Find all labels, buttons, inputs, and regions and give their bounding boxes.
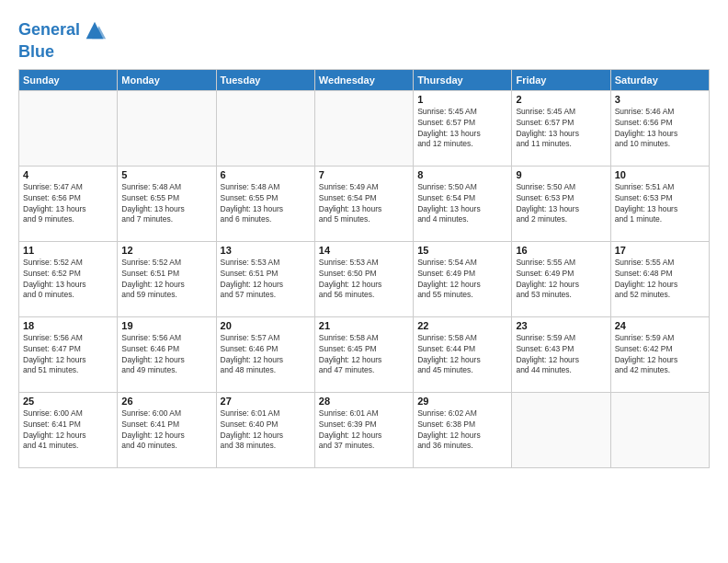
calendar-cell: 6Sunrise: 5:48 AM Sunset: 6:55 PM Daylig… xyxy=(216,166,314,241)
calendar-cell: 21Sunrise: 5:58 AM Sunset: 6:45 PM Dayli… xyxy=(314,316,413,392)
calendar-cell: 12Sunrise: 5:52 AM Sunset: 6:51 PM Dayli… xyxy=(118,241,216,316)
day-info: Sunrise: 5:55 AM Sunset: 6:48 PM Dayligh… xyxy=(615,258,705,302)
day-info: Sunrise: 5:50 AM Sunset: 6:54 PM Dayligh… xyxy=(417,182,507,226)
calendar-cell: 22Sunrise: 5:58 AM Sunset: 6:44 PM Dayli… xyxy=(414,316,512,392)
calendar-cell: 20Sunrise: 5:57 AM Sunset: 6:46 PM Dayli… xyxy=(216,316,314,392)
calendar-cell: 28Sunrise: 6:01 AM Sunset: 6:39 PM Dayli… xyxy=(314,392,413,467)
day-number: 12 xyxy=(121,245,211,256)
day-info: Sunrise: 5:53 AM Sunset: 6:50 PM Dayligh… xyxy=(319,258,409,302)
day-info: Sunrise: 6:01 AM Sunset: 6:39 PM Dayligh… xyxy=(319,408,409,453)
day-number: 19 xyxy=(121,320,211,331)
day-number: 24 xyxy=(615,320,705,331)
day-info: Sunrise: 5:56 AM Sunset: 6:47 PM Dayligh… xyxy=(23,333,113,377)
logo-text-blue: Blue xyxy=(18,43,108,62)
day-info: Sunrise: 5:47 AM Sunset: 6:56 PM Dayligh… xyxy=(23,182,113,226)
calendar-cell xyxy=(610,392,709,467)
calendar-cell: 5Sunrise: 5:48 AM Sunset: 6:55 PM Daylig… xyxy=(118,166,216,241)
calendar-cell: 15Sunrise: 5:54 AM Sunset: 6:49 PM Dayli… xyxy=(414,241,512,316)
calendar-cell: 3Sunrise: 5:46 AM Sunset: 6:56 PM Daylig… xyxy=(610,90,709,166)
calendar-cell: 18Sunrise: 5:56 AM Sunset: 6:47 PM Dayli… xyxy=(19,316,118,392)
day-number: 29 xyxy=(417,396,507,407)
logo-icon xyxy=(82,17,108,43)
day-number: 10 xyxy=(615,169,705,180)
calendar-cell xyxy=(216,90,314,166)
day-number: 26 xyxy=(121,396,211,407)
day-info: Sunrise: 6:00 AM Sunset: 6:41 PM Dayligh… xyxy=(23,408,113,453)
calendar-cell: 27Sunrise: 6:01 AM Sunset: 6:40 PM Dayli… xyxy=(216,392,314,467)
day-number: 22 xyxy=(417,320,507,331)
day-info: Sunrise: 5:51 AM Sunset: 6:53 PM Dayligh… xyxy=(615,182,705,226)
day-info: Sunrise: 6:01 AM Sunset: 6:40 PM Dayligh… xyxy=(221,408,311,453)
day-info: Sunrise: 5:55 AM Sunset: 6:49 PM Dayligh… xyxy=(516,258,606,302)
calendar-cell: 29Sunrise: 6:02 AM Sunset: 6:38 PM Dayli… xyxy=(414,392,512,467)
calendar-cell: 8Sunrise: 5:50 AM Sunset: 6:54 PM Daylig… xyxy=(414,166,512,241)
calendar-cell: 11Sunrise: 5:52 AM Sunset: 6:52 PM Dayli… xyxy=(19,241,118,316)
calendar-cell: 13Sunrise: 5:53 AM Sunset: 6:51 PM Dayli… xyxy=(216,241,314,316)
day-number: 23 xyxy=(516,320,606,331)
day-number: 8 xyxy=(417,169,507,180)
calendar-cell: 1Sunrise: 5:45 AM Sunset: 6:57 PM Daylig… xyxy=(414,90,512,166)
day-number: 15 xyxy=(417,245,507,256)
day-number: 3 xyxy=(615,94,705,105)
calendar-cell: 25Sunrise: 6:00 AM Sunset: 6:41 PM Dayli… xyxy=(19,392,118,467)
day-info: Sunrise: 5:59 AM Sunset: 6:42 PM Dayligh… xyxy=(615,333,705,377)
day-info: Sunrise: 5:50 AM Sunset: 6:53 PM Dayligh… xyxy=(516,182,606,226)
calendar-cell: 16Sunrise: 5:55 AM Sunset: 6:49 PM Dayli… xyxy=(512,241,610,316)
day-number: 21 xyxy=(319,320,409,331)
day-number: 13 xyxy=(221,245,311,256)
weekday-header: Friday xyxy=(512,69,610,90)
calendar-cell: 23Sunrise: 5:59 AM Sunset: 6:43 PM Dayli… xyxy=(512,316,610,392)
calendar-week-row: 1Sunrise: 5:45 AM Sunset: 6:57 PM Daylig… xyxy=(19,90,710,166)
calendar-cell: 26Sunrise: 6:00 AM Sunset: 6:41 PM Dayli… xyxy=(118,392,216,467)
calendar-cell xyxy=(512,392,610,467)
day-info: Sunrise: 5:48 AM Sunset: 6:55 PM Dayligh… xyxy=(221,182,311,226)
day-number: 7 xyxy=(319,169,409,180)
day-info: Sunrise: 5:48 AM Sunset: 6:55 PM Dayligh… xyxy=(121,182,211,226)
calendar-cell xyxy=(118,90,216,166)
day-number: 5 xyxy=(121,169,211,180)
day-number: 11 xyxy=(23,245,113,256)
weekday-header: Wednesday xyxy=(314,69,413,90)
day-number: 18 xyxy=(23,320,113,331)
day-info: Sunrise: 5:59 AM Sunset: 6:43 PM Dayligh… xyxy=(516,333,606,377)
calendar-cell xyxy=(19,90,118,166)
day-info: Sunrise: 5:49 AM Sunset: 6:54 PM Dayligh… xyxy=(319,182,409,226)
day-info: Sunrise: 5:53 AM Sunset: 6:51 PM Dayligh… xyxy=(221,258,311,302)
day-info: Sunrise: 5:58 AM Sunset: 6:44 PM Dayligh… xyxy=(417,333,507,377)
day-info: Sunrise: 5:54 AM Sunset: 6:49 PM Dayligh… xyxy=(417,258,507,302)
weekday-header: Saturday xyxy=(610,69,709,90)
day-number: 14 xyxy=(319,245,409,256)
calendar-week-row: 11Sunrise: 5:52 AM Sunset: 6:52 PM Dayli… xyxy=(19,241,710,316)
weekday-header: Thursday xyxy=(414,69,512,90)
day-number: 25 xyxy=(23,396,113,407)
calendar-week-row: 4Sunrise: 5:47 AM Sunset: 6:56 PM Daylig… xyxy=(19,166,710,241)
day-number: 28 xyxy=(319,396,409,407)
day-info: Sunrise: 5:45 AM Sunset: 6:57 PM Dayligh… xyxy=(417,107,507,151)
weekday-header: Tuesday xyxy=(216,69,314,90)
calendar-cell: 2Sunrise: 5:45 AM Sunset: 6:57 PM Daylig… xyxy=(512,90,610,166)
day-info: Sunrise: 6:00 AM Sunset: 6:41 PM Dayligh… xyxy=(121,408,211,453)
calendar-cell: 19Sunrise: 5:56 AM Sunset: 6:46 PM Dayli… xyxy=(118,316,216,392)
day-number: 4 xyxy=(23,169,113,180)
day-info: Sunrise: 5:52 AM Sunset: 6:52 PM Dayligh… xyxy=(23,258,113,302)
day-number: 1 xyxy=(417,94,507,105)
calendar-cell: 17Sunrise: 5:55 AM Sunset: 6:48 PM Dayli… xyxy=(610,241,709,316)
page-header: General Blue xyxy=(18,14,710,62)
calendar: SundayMondayTuesdayWednesdayThursdayFrid… xyxy=(18,69,710,468)
day-number: 27 xyxy=(221,396,311,407)
calendar-cell xyxy=(314,90,413,166)
day-number: 2 xyxy=(516,94,606,105)
weekday-header: Monday xyxy=(118,69,216,90)
day-info: Sunrise: 6:02 AM Sunset: 6:38 PM Dayligh… xyxy=(417,408,507,453)
calendar-cell: 24Sunrise: 5:59 AM Sunset: 6:42 PM Dayli… xyxy=(610,316,709,392)
day-info: Sunrise: 5:52 AM Sunset: 6:51 PM Dayligh… xyxy=(121,258,211,302)
day-info: Sunrise: 5:45 AM Sunset: 6:57 PM Dayligh… xyxy=(516,107,606,151)
day-number: 6 xyxy=(221,169,311,180)
calendar-cell: 7Sunrise: 5:49 AM Sunset: 6:54 PM Daylig… xyxy=(314,166,413,241)
day-info: Sunrise: 5:58 AM Sunset: 6:45 PM Dayligh… xyxy=(319,333,409,377)
day-info: Sunrise: 5:46 AM Sunset: 6:56 PM Dayligh… xyxy=(615,107,705,151)
calendar-week-row: 18Sunrise: 5:56 AM Sunset: 6:47 PM Dayli… xyxy=(19,316,710,392)
calendar-cell: 4Sunrise: 5:47 AM Sunset: 6:56 PM Daylig… xyxy=(19,166,118,241)
calendar-cell: 10Sunrise: 5:51 AM Sunset: 6:53 PM Dayli… xyxy=(610,166,709,241)
day-number: 20 xyxy=(221,320,311,331)
